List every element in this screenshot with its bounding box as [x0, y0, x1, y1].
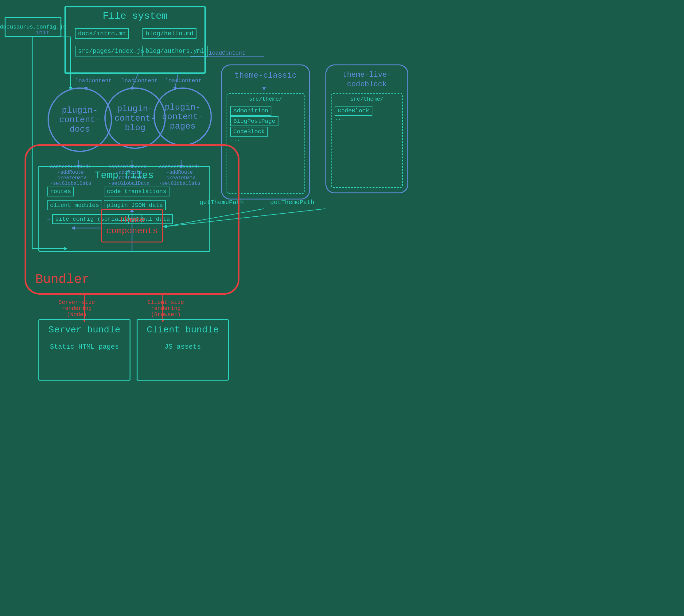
client-render-label: Client-side rendering (Browser) — [135, 299, 196, 318]
fs-item-pages: src/pages/index.js — [75, 46, 147, 57]
theme-classic-src: src/theme/ — [227, 96, 304, 102]
temp-routes: routes — [47, 186, 74, 196]
server-bundle-subtitle: Static HTML pages — [39, 343, 130, 351]
file-system-box: File system docs/intro.md blog/hello.md … — [64, 6, 206, 74]
theme-components-box: Theme components — [101, 209, 163, 242]
fs-item-blog-authors: blog/authors.yml — [143, 46, 208, 57]
server-bundle-title: Server bundle — [39, 325, 130, 335]
client-bundle-title: Client bundle — [137, 325, 228, 335]
svg-text:loadContent: loadContent — [75, 78, 112, 84]
temp-files-title: Temp files — [39, 170, 209, 181]
theme-classic-blogpostpage: BlogPostPage — [230, 116, 278, 126]
temp-code-translations: code translations — [104, 186, 169, 196]
server-bundle-box: Server bundle Static HTML pages — [38, 319, 130, 380]
config-file-box: docusaurus.config.js — [5, 17, 61, 37]
svg-text:loadContent: loadContent — [121, 78, 158, 84]
server-render-label: Server-side rendering (Node) — [46, 299, 107, 318]
theme-classic-admonition: Admonition — [230, 106, 271, 116]
svg-text:loadContent: loadContent — [209, 50, 245, 56]
svg-line-13 — [175, 74, 178, 87]
plugin-content-pages: plugin- content- pages — [153, 87, 212, 146]
plugin-docs-label: plugin- content- docs — [59, 106, 100, 134]
theme-live-box: theme-live- codeblock src/theme/ CodeBlo… — [325, 64, 408, 193]
svg-text:loadContent: loadContent — [165, 78, 202, 84]
svg-line-10 — [132, 74, 138, 87]
temp-client-modules: client modules — [47, 200, 102, 210]
bundler-label: Bundler — [35, 272, 89, 287]
theme-live-src: src/theme/ — [332, 96, 402, 102]
theme-live-dots: ... — [335, 115, 344, 121]
svg-text:getThemePath: getThemePath — [270, 199, 314, 206]
theme-components-label: Theme components — [106, 215, 158, 237]
config-file-label: docusaurus.config.js — [0, 24, 66, 30]
theme-classic-dots: ... — [230, 136, 240, 142]
fs-item-docs: docs/intro.md — [75, 28, 129, 39]
plugin-blog-label: plugin- content- blog — [114, 104, 156, 133]
theme-classic-codeblock: CodeBlock — [230, 127, 268, 137]
theme-live-title: theme-live- codeblock — [326, 70, 407, 89]
client-bundle-subtitle: JS assets — [137, 343, 228, 351]
file-system-title: File system — [66, 10, 205, 22]
plugin-pages-label: plugin- content- pages — [162, 103, 203, 131]
theme-live-codeblock: CodeBlock — [335, 106, 372, 116]
fs-item-blog-hello: blog/hello.md — [143, 28, 196, 39]
theme-live-inner: src/theme/ CodeBlock ... — [331, 93, 403, 188]
diagram: init loadContent loadContent loadContent… — [0, 0, 684, 616]
client-bundle-box: Client bundle JS assets — [136, 319, 229, 380]
theme-classic-title: theme-classic — [222, 71, 309, 80]
plugin-content-docs: plugin- content- docs — [48, 87, 112, 152]
